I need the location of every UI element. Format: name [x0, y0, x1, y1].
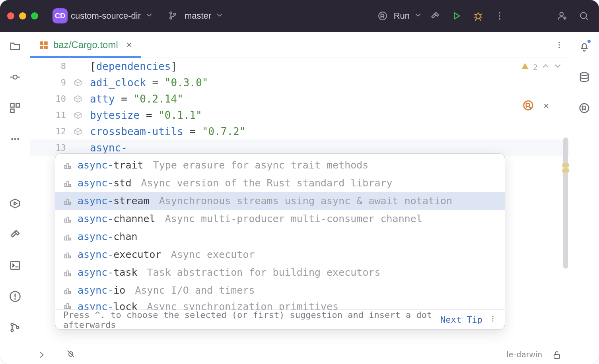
- completion-item[interactable]: async-stdAsync version of the Rust stand…: [55, 174, 505, 192]
- more-tools-button[interactable]: [9, 133, 21, 145]
- inspection-warning-count: 2: [533, 62, 538, 72]
- crate-gutter-icon[interactable]: [70, 78, 86, 87]
- vcs-tool-button[interactable]: [9, 321, 21, 334]
- app-window: CD custom-source-dir master Run: [0, 0, 599, 364]
- code-text: async-: [86, 142, 127, 154]
- zoom-window-button[interactable]: [31, 12, 38, 19]
- build-button[interactable]: [427, 8, 443, 24]
- minimize-window-button[interactable]: [19, 12, 26, 19]
- editor-tab-bar: baz/Cargo.toml ✕: [30, 32, 569, 58]
- editor-area: baz/Cargo.toml ✕ 8[dependencies]9adi_clo…: [30, 32, 569, 364]
- scrollbar-marker: [562, 168, 569, 172]
- crate-icon: [63, 286, 72, 295]
- run-button[interactable]: [449, 8, 465, 24]
- line-number: 9: [30, 77, 70, 87]
- scrollbar-thumb[interactable]: [563, 137, 568, 269]
- prev-highlight-button[interactable]: [542, 62, 550, 72]
- completion-item[interactable]: async-ioAsync I/O and timers: [55, 281, 505, 299]
- editor-tab-cargo-toml[interactable]: baz/Cargo.toml ✕: [30, 32, 141, 58]
- code-line[interactable]: 11bytesize = "0.1.1": [30, 107, 569, 123]
- scrollbar-marker: [562, 163, 569, 167]
- debug-button[interactable]: [470, 8, 486, 24]
- chevron-down-icon: [414, 12, 422, 20]
- code-text: [dependencies]: [86, 60, 177, 72]
- code-editor[interactable]: 8[dependencies]9adi_clock = "0.3.0"10att…: [30, 58, 569, 364]
- rust-icon: [375, 8, 391, 24]
- completion-settings-button[interactable]: [489, 315, 497, 325]
- readonly-toggle[interactable]: [552, 350, 562, 360]
- code-line[interactable]: 9adi_clock = "0.3.0": [30, 74, 569, 91]
- notifications-button[interactable]: [578, 40, 591, 52]
- notification-indicator: [587, 39, 591, 44]
- cargo-refresh-button[interactable]: [522, 99, 534, 111]
- more-actions-button[interactable]: [492, 8, 508, 24]
- completion-item[interactable]: async-channelAsync multi-producer multi-…: [55, 210, 505, 228]
- database-tool-button[interactable]: [578, 71, 591, 83]
- completion-item[interactable]: async-chan: [55, 228, 505, 246]
- line-number: 10: [30, 94, 70, 104]
- right-tool-strip: [569, 32, 599, 364]
- terminal-tool-button[interactable]: [9, 259, 21, 272]
- crate-gutter-icon[interactable]: [70, 95, 86, 103]
- completion-item[interactable]: async-executorAsync executor: [55, 246, 505, 263]
- editor-tab-label: baz/Cargo.toml: [53, 39, 118, 50]
- toml-file-icon: [39, 40, 49, 50]
- code-text: adi_clock = "0.3.0": [86, 77, 208, 89]
- structure-tool-button[interactable]: [9, 102, 21, 114]
- project-tool-button[interactable]: [9, 40, 21, 52]
- project-icon: CD: [53, 8, 68, 23]
- inspection-widget[interactable]: 2: [521, 62, 562, 72]
- crate-icon: [63, 215, 72, 223]
- warning-icon: [521, 62, 529, 72]
- code-text: bytesize = "0.1.1": [86, 109, 202, 121]
- run-config-label: Run: [394, 11, 410, 21]
- completion-list[interactable]: async-traitType erasure for async trait …: [55, 154, 505, 310]
- line-number: 13: [30, 143, 70, 153]
- search-everywhere-button[interactable]: [576, 8, 592, 24]
- code-line[interactable]: 12crossbeam-utils = "0.7.2": [30, 123, 569, 139]
- titlebar: CD custom-source-dir master Run: [0, 0, 599, 32]
- completion-item[interactable]: async-taskTask abstraction for building …: [55, 263, 505, 281]
- crate-icon: [63, 250, 72, 259]
- crate-icon: [63, 268, 72, 277]
- window-controls: [7, 12, 38, 19]
- no-bug-icon[interactable]: [66, 349, 76, 360]
- next-highlight-button[interactable]: [554, 62, 562, 72]
- crate-gutter-icon[interactable]: [70, 127, 86, 136]
- line-number: 11: [30, 110, 70, 120]
- status-bar: le-darwin: [30, 345, 569, 364]
- build-tool-button[interactable]: [9, 228, 21, 241]
- code-line[interactable]: 8[dependencies]: [30, 58, 569, 74]
- close-window-button[interactable]: [7, 12, 14, 19]
- completion-footer: Press ^. to choose the selected (or firs…: [55, 310, 505, 329]
- crate-gutter-icon[interactable]: [70, 111, 86, 120]
- branch-name: master: [185, 11, 211, 21]
- close-tab-button[interactable]: ✕: [126, 41, 132, 49]
- completion-item[interactable]: async-lockAsync synchronization primitiv…: [55, 299, 505, 310]
- dismiss-widget-button[interactable]: ✕: [544, 101, 549, 110]
- completion-popup: async-traitType erasure for async trait …: [55, 153, 505, 330]
- next-tip-link[interactable]: Next Tip: [440, 315, 482, 325]
- commit-tool-button[interactable]: [9, 71, 21, 83]
- line-number: 8: [30, 61, 70, 71]
- vcs-branch-selector[interactable]: master: [165, 8, 223, 24]
- chevron-down-icon: [146, 12, 153, 20]
- project-selector[interactable]: CD custom-source-dir: [53, 8, 153, 23]
- code-with-me-button[interactable]: [554, 8, 570, 24]
- cargo-refresh-widget: ✕: [516, 96, 555, 114]
- editor-tab-more-button[interactable]: [550, 32, 569, 58]
- completion-item[interactable]: async-streamAsynchronous streams using a…: [55, 192, 505, 210]
- problems-tool-button[interactable]: [9, 290, 21, 303]
- completion-item[interactable]: async-traitType erasure for async trait …: [55, 156, 505, 174]
- cargo-tool-button[interactable]: [578, 102, 591, 114]
- code-line[interactable]: 10atty = "0.2.14": [30, 91, 569, 107]
- editor-scrollbar[interactable]: [563, 58, 568, 364]
- code-text: crossbeam-utils = "0.7.2": [86, 126, 245, 137]
- status-text-fragment: le-darwin: [507, 350, 543, 359]
- crate-icon: [63, 179, 72, 188]
- expand-status-button[interactable]: [37, 350, 46, 359]
- project-name: custom-source-dir: [71, 11, 141, 21]
- completion-tip-text: Press ^. to choose the selected (or firs…: [63, 310, 434, 330]
- run-config-selector[interactable]: Run: [375, 8, 422, 24]
- run-tool-button[interactable]: [9, 197, 21, 210]
